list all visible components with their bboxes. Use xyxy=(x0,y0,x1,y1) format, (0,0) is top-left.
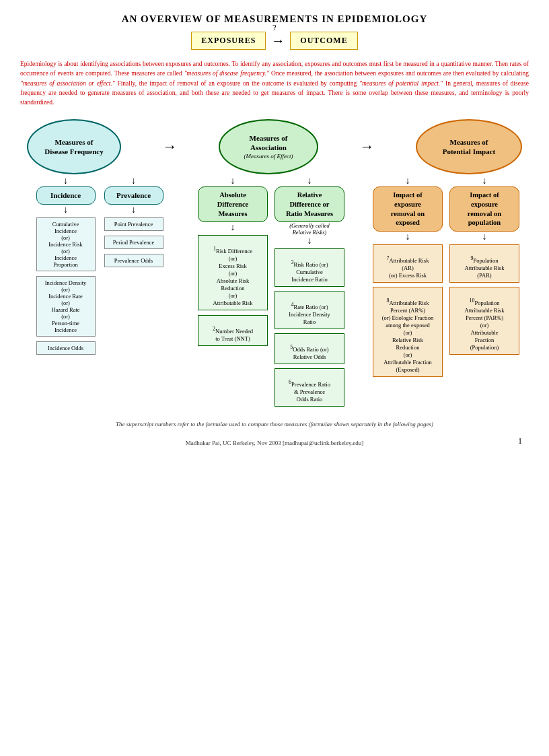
exposed-rect1: 7Attributable Risk (AR) (or) Excess Risk xyxy=(373,244,443,283)
footer-italic: The superscript numbers refer to the for… xyxy=(20,421,529,427)
exposed-rect2: 8Attributable Risk Percent (AR%) (or) Et… xyxy=(373,287,443,377)
rel-diff-box: Relative Difference or Ratio Measures xyxy=(274,186,344,222)
prevalence-rect2: Period Prevalence xyxy=(104,236,163,249)
ellipse-association: Measures of Association (Measures of Eff… xyxy=(219,119,318,174)
incidence-col: ↓ Incidence ↓ Cumulative Incidence (or) … xyxy=(34,176,98,356)
abs-diff-rect1: 1Risk Difference (or) Excess Risk (or) A… xyxy=(198,235,268,310)
incidence-rect3: Incidence Odds xyxy=(36,341,96,355)
prevalence-col: ↓ Prevalence ↓ Point Prevalence Period P… xyxy=(102,176,166,356)
footer-credit: Madhukar Pai, UC Berkeley, Nov 2003 [mad… xyxy=(20,440,529,446)
intro-text: Epidemiology is about identifying associ… xyxy=(20,59,529,107)
population-rect1: 9Population Attributable Risk (PAR) xyxy=(449,244,519,283)
footer: The superscript numbers refer to the for… xyxy=(20,421,529,446)
ellipse-potential-impact: Measures of Potential Impact xyxy=(416,119,522,174)
page-number: 1 xyxy=(518,436,522,446)
abs-diff-box: Absolute Difference Measures xyxy=(198,186,268,222)
incidence-box: Incidence xyxy=(36,186,96,204)
incidence-rect2: Incidence Density (or) Incidence Rate (o… xyxy=(36,276,96,337)
page-wrapper: AN OVERVIEW OF MEASUREMENTS IN EPIDEMIOL… xyxy=(20,13,529,446)
rel-diff-sub: (Generally called Relative Risks) xyxy=(289,222,330,236)
arrow-to-outcome: → xyxy=(271,33,285,48)
exposed-col: ↓ Impact of exposure removal on exposed … xyxy=(371,176,444,379)
rel-diff-rect4: 6Prevalence Ratio & Prevalence Odds Rati… xyxy=(274,368,344,407)
exposed-box: Impact of exposure removal on exposed xyxy=(373,186,443,232)
rel-diff-rect3: 5Odds Ratio (or) Relative Odds xyxy=(274,333,344,364)
rel-diff-rect1: 3Risk Ratio (or) Cumulative Incidence Ra… xyxy=(274,248,344,287)
exposures-box: EXPOSURES xyxy=(191,32,266,50)
prevalence-box: Prevalence xyxy=(104,186,163,204)
population-col: ↓ Impact of exposure removal on populati… xyxy=(448,176,521,379)
arrow-freq-assoc: → xyxy=(163,138,178,156)
question-mark: ? xyxy=(272,22,277,33)
outcome-box: OUTCOME xyxy=(290,32,357,50)
prevalence-rect1: Point Prevalence xyxy=(104,217,163,231)
prevalence-rect3: Prevalence Odds xyxy=(104,254,163,267)
arrow-assoc-impact: → xyxy=(360,138,375,156)
abs-diff-rect2: 2Number Needed to Treat (NNT) xyxy=(198,315,268,346)
rel-diff-rect2: 4Rate Ratio (or) Incidence Density Ratio xyxy=(274,291,344,329)
incidence-rect1: Cumulative Incidence (or) Incidence Risk… xyxy=(36,217,96,271)
ellipse-disease-frequency: Measures of Disease Frequency xyxy=(27,119,121,174)
abs-diff-col: ↓ Absolute Difference Measures ↓ 1Risk D… xyxy=(196,176,269,409)
exposure-outcome-row: ? EXPOSURES → OUTCOME xyxy=(20,32,529,50)
rel-diff-col: ↓ Relative Difference or Ratio Measures … xyxy=(273,176,346,409)
population-rect2: 10Population Attributable Risk Percent (… xyxy=(449,287,519,355)
population-box: Impact of exposure removal on population xyxy=(449,186,519,232)
main-diagram: Measures of Disease Frequency → Measures… xyxy=(20,119,529,409)
